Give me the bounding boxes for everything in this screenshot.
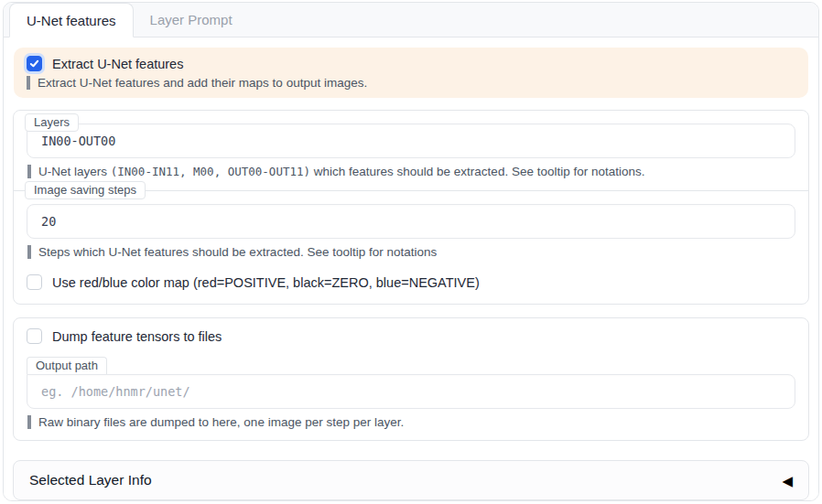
selected-layer-info-title: Selected Layer Info — [29, 472, 152, 488]
extract-features-checkbox[interactable] — [27, 56, 42, 71]
checkmark-icon — [29, 59, 39, 69]
saving-steps-info: Steps which U-Net features should be ext… — [27, 245, 795, 259]
layers-info-text: U-Net layers (IN00-IN11, M00, OUT00-OUT1… — [38, 165, 645, 178]
output-path-field: Output path Raw binary files are dumped … — [14, 351, 808, 429]
feature-settings-group: Layers U-Net layers (IN00-IN11, M00, OUT… — [13, 110, 809, 305]
colormap-checkbox-label: Use red/blue color map (red=POSITIVE, bl… — [52, 275, 480, 290]
extract-features-label: Extract U-Net features — [52, 57, 183, 71]
tab-content: Extract U-Net features Extract U-Net fea… — [4, 38, 818, 500]
layers-input[interactable] — [27, 123, 795, 158]
info-bar-icon — [27, 245, 31, 259]
output-path-info: Raw binary files are dumped to here, one… — [27, 415, 795, 429]
output-path-info-text: Raw binary files are dumped to here, one… — [38, 415, 404, 429]
output-path-field-label: Output path — [27, 357, 107, 374]
selected-layer-info-accordion[interactable]: Selected Layer Info ◀ — [13, 460, 809, 500]
dump-checkbox[interactable] — [27, 328, 42, 344]
accordion-collapsed-arrow-icon: ◀ — [782, 474, 793, 488]
colormap-checkbox[interactable] — [27, 274, 42, 290]
layers-field-label: Layers — [25, 113, 79, 132]
extract-features-block: Extract U-Net features Extract U-Net fea… — [14, 48, 808, 98]
saving-steps-info-text: Steps which U-Net features should be ext… — [38, 245, 437, 259]
info-bar-icon — [27, 165, 31, 178]
layers-info: U-Net layers (IN00-IN11, M00, OUT00-OUT1… — [27, 165, 795, 178]
saving-steps-field: Image saving steps Steps which U-Net fea… — [14, 190, 808, 259]
dump-tensors-group: Dump feature tensors to files Output pat… — [13, 317, 809, 441]
dump-checkbox-label: Dump feature tensors to files — [52, 329, 222, 344]
saving-steps-input[interactable] — [27, 204, 795, 239]
layers-field: Layers U-Net layers (IN00-IN11, M00, OUT… — [14, 123, 808, 178]
extract-features-info-text: Extract U-Net features and add their map… — [38, 76, 367, 90]
tab-layer-prompt[interactable]: Layer Prompt — [134, 4, 249, 37]
colormap-checkbox-row[interactable]: Use red/blue color map (red=POSITIVE, bl… — [27, 274, 795, 290]
info-bar-icon — [27, 76, 30, 90]
tab-bar: U-Net features Layer Prompt — [4, 3, 818, 38]
extract-features-checkbox-row[interactable]: Extract U-Net features — [27, 56, 795, 71]
saving-steps-field-label: Image saving steps — [25, 181, 146, 199]
extension-panel: U-Net features Layer Prompt Extract U-Ne… — [3, 2, 819, 501]
output-path-input[interactable] — [27, 374, 795, 409]
tab-unet-features[interactable]: U-Net features — [9, 3, 134, 38]
extract-features-info: Extract U-Net features and add their map… — [27, 76, 795, 90]
dump-checkbox-row[interactable]: Dump feature tensors to files — [27, 328, 795, 344]
info-bar-icon — [27, 415, 31, 429]
